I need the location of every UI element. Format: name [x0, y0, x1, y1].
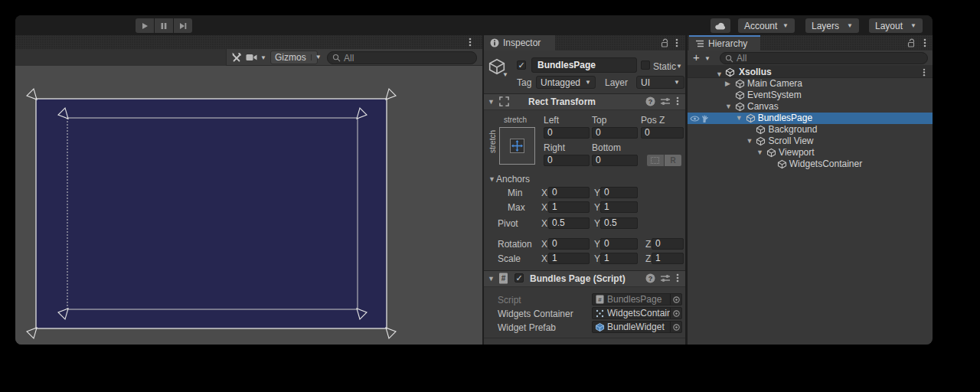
hierarchy-item-widgetscontainer[interactable]: WidgetsContainer: [688, 158, 933, 170]
rotation-y-field[interactable]: 0: [600, 238, 638, 250]
raw-edit-mode-button[interactable]: R: [665, 155, 681, 166]
anchors-min-label: Min: [508, 188, 522, 198]
property-label: Widget Prefab: [498, 322, 556, 333]
pivot-y-field[interactable]: 0.5: [600, 217, 638, 229]
tools-icon[interactable]: [230, 51, 243, 64]
active-checkbox[interactable]: ✓: [517, 60, 526, 70]
play-button[interactable]: [136, 18, 154, 33]
x-axis-label: X: [541, 253, 547, 264]
kebab-menu-icon[interactable]: [923, 68, 926, 77]
object-picker-icon[interactable]: [670, 308, 681, 318]
blueprint-mode-button[interactable]: [647, 155, 664, 166]
search-icon: [332, 54, 341, 62]
pickability-hand-icon[interactable]: [701, 114, 710, 123]
unity-editor-window: Account ▼ Layers ▼ Layout ▼ ▼ Gizmos ▼: [15, 15, 933, 345]
kebab-menu-icon[interactable]: [676, 273, 679, 283]
presets-icon[interactable]: [660, 273, 671, 283]
foldout-arrow-icon[interactable]: ▼: [746, 136, 753, 147]
scale-y-field[interactable]: 1: [600, 253, 638, 264]
rotation-x-field[interactable]: 0: [548, 238, 590, 250]
name-field[interactable]: BundlesPage: [531, 57, 637, 73]
foldout-arrow-icon[interactable]: ▼: [488, 275, 495, 283]
hierarchy-item-bundlespage[interactable]: ▼ BundlesPage: [688, 113, 933, 124]
posz-field[interactable]: 0: [641, 127, 684, 139]
scene-toolbar-left: [15, 49, 227, 66]
foldout-arrow-icon[interactable]: ▼: [488, 175, 495, 183]
tab-hierarchy[interactable]: Hierarchy: [689, 35, 760, 51]
kebab-menu-icon[interactable]: [923, 38, 926, 47]
scale-x-field[interactable]: 1: [548, 253, 590, 264]
add-object-button[interactable]: +: [693, 51, 700, 64]
anchor-preset-widget[interactable]: [499, 127, 535, 165]
help-icon[interactable]: ?: [645, 273, 655, 283]
top-field[interactable]: 0: [592, 127, 638, 139]
camera-icon[interactable]: [246, 54, 257, 61]
lock-icon[interactable]: [907, 38, 916, 47]
scale-label: Scale: [498, 253, 521, 264]
anchors-min-y-field[interactable]: 0: [600, 187, 638, 198]
object-field-widgets-container[interactable]: WidgetsContainer: [592, 307, 682, 319]
right-field[interactable]: 0: [544, 155, 590, 166]
presets-icon[interactable]: [660, 96, 671, 106]
bottom-field[interactable]: 0: [592, 155, 638, 166]
scene-viewport[interactable]: [15, 66, 482, 345]
svg-text:#: #: [501, 274, 506, 283]
hierarchy-scene-row[interactable]: ▼ Xsollus: [688, 66, 933, 78]
tag-dropdown[interactable]: Untagged ▼: [536, 76, 596, 89]
step-icon: [179, 22, 187, 30]
account-dropdown[interactable]: Account ▼: [738, 18, 795, 33]
lock-icon[interactable]: [661, 38, 669, 47]
rotation-z-field[interactable]: 0: [652, 238, 684, 250]
gizmos-label: Gizmos: [275, 52, 306, 63]
hierarchy-item-background[interactable]: Background: [688, 124, 933, 136]
kebab-menu-icon[interactable]: [675, 38, 678, 47]
hierarchy-search-input[interactable]: All: [720, 52, 928, 64]
foldout-arrow-icon[interactable]: ▶: [725, 78, 730, 90]
chevron-down-icon[interactable]: ▼: [676, 64, 682, 70]
hierarchy-item-eventsystem[interactable]: EventSystem: [688, 90, 933, 101]
posz-label: Pos Z: [641, 115, 665, 126]
object-field-widget-prefab[interactable]: BundleWidget: [592, 321, 682, 333]
gizmos-dropdown[interactable]: Gizmos ▼: [270, 51, 318, 64]
anchors-min-x-field[interactable]: 0: [548, 187, 590, 198]
scene-search-input[interactable]: All: [327, 51, 477, 64]
kebab-menu-icon[interactable]: [469, 38, 472, 47]
hierarchy-item-canvas[interactable]: ▼ Canvas: [688, 101, 933, 113]
foldout-arrow-icon[interactable]: ▼: [756, 147, 763, 158]
hierarchy-item-main-camera[interactable]: ▶ Main Camera: [688, 78, 933, 90]
foldout-arrow-icon[interactable]: ▼: [736, 113, 743, 124]
pivot-x-field[interactable]: 0.5: [548, 217, 590, 229]
pause-button[interactable]: [155, 18, 173, 33]
object-picker-icon[interactable]: [670, 322, 681, 332]
layout-dropdown[interactable]: Layout ▼: [869, 18, 923, 33]
hierarchy-item-viewport[interactable]: ▼ Viewport: [688, 147, 933, 158]
chevron-down-icon[interactable]: ▼: [704, 56, 710, 62]
chevron-down-icon[interactable]: ▼: [502, 72, 508, 78]
layers-dropdown[interactable]: Layers ▼: [805, 18, 859, 33]
object-picker-icon[interactable]: [670, 294, 681, 305]
layer-dropdown[interactable]: UI ▼: [636, 76, 684, 89]
play-icon: [141, 22, 149, 30]
help-icon[interactable]: ?: [645, 96, 655, 106]
tab-inspector[interactable]: Inspector: [484, 35, 555, 51]
hierarchy-item-scroll-view[interactable]: ▼ Scroll View: [688, 136, 933, 147]
foldout-arrow-icon[interactable]: ▼: [488, 98, 495, 106]
visibility-eye-icon[interactable]: [690, 115, 700, 122]
cloud-button[interactable]: [710, 18, 730, 33]
hierarchy-toolbar: + ▼ All: [688, 51, 933, 66]
anchors-max-x-field[interactable]: 1: [548, 201, 590, 213]
script-enabled-checkbox[interactable]: ✓: [514, 273, 524, 283]
tab-inspector-label: Inspector: [503, 38, 541, 48]
step-button[interactable]: [174, 18, 192, 33]
cube-icon: [735, 90, 745, 100]
anchors-max-y-field[interactable]: 1: [600, 201, 638, 213]
foldout-arrow-icon[interactable]: ▼: [725, 101, 732, 113]
object-field-script[interactable]: #BundlesPage: [592, 293, 682, 305]
kebab-menu-icon[interactable]: [676, 96, 679, 106]
chevron-down-icon: ▼: [782, 23, 789, 29]
left-field[interactable]: 0: [544, 127, 590, 139]
scale-z-field[interactable]: 1: [652, 253, 684, 264]
chevron-down-icon[interactable]: ▼: [260, 55, 266, 61]
static-checkbox[interactable]: [641, 60, 650, 70]
anchors-label: Anchors: [496, 174, 530, 185]
